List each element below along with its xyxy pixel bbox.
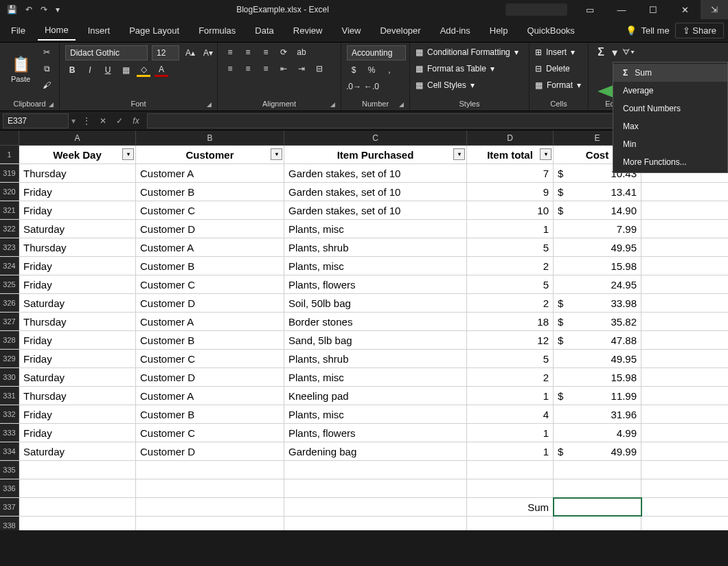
cell-item[interactable]: Garden stakes, set of 10	[284, 183, 467, 201]
cell-customer[interactable]: Customer C	[136, 275, 284, 293]
orientation-icon[interactable]: ⟳	[277, 45, 291, 59]
cell-cost[interactable]: $13.41	[554, 183, 641, 201]
row-header[interactable]: 321	[0, 201, 19, 219]
cell-customer[interactable]: Customer A	[136, 164, 284, 182]
tab-page-layout[interactable]: Page Layout	[122, 21, 186, 40]
cell-week-day[interactable]: Friday	[19, 275, 136, 293]
row-header[interactable]: 323	[0, 238, 19, 256]
copy-icon[interactable]: ⧉	[40, 62, 54, 76]
cancel-formula-icon[interactable]: ✕	[95, 116, 111, 126]
alignment-dialog-icon[interactable]: ◢	[330, 101, 335, 108]
cell-cost[interactable]: 49.95	[554, 238, 641, 256]
cell-empty[interactable]	[19, 498, 136, 516]
cell-customer[interactable]: Customer C	[136, 424, 284, 442]
cell-cost[interactable]: $49.99	[554, 442, 641, 460]
cell-cost[interactable]: $14.90	[554, 201, 641, 219]
cell-empty[interactable]	[284, 498, 467, 516]
cell-empty[interactable]	[467, 479, 554, 497]
tab-formulas[interactable]: Formulas	[192, 21, 242, 40]
delete-cells-button[interactable]: ⊟Delete	[535, 62, 570, 76]
header-item-purchased[interactable]: Item Purchased▾	[284, 146, 467, 163]
cell-qty[interactable]: 5	[467, 350, 554, 367]
cell-item[interactable]: Plants, shrub	[284, 238, 467, 256]
filter-week-day-icon[interactable]: ▾	[122, 148, 134, 160]
cell-customer[interactable]: Customer A	[136, 313, 284, 330]
cell-customer[interactable]: Customer A	[136, 238, 284, 256]
filter-customer-icon[interactable]: ▾	[271, 148, 282, 160]
cell-week-day[interactable]: Friday	[19, 424, 136, 442]
cell-empty[interactable]	[467, 517, 554, 530]
cell-item[interactable]: Kneeling pad	[284, 387, 467, 405]
cell-customer[interactable]: Customer C	[136, 350, 284, 367]
row-header[interactable]: 330	[0, 368, 19, 386]
row-header[interactable]: 328	[0, 331, 19, 349]
font-size-combo[interactable]: 12	[152, 45, 179, 60]
align-bottom-icon[interactable]: ≡	[259, 45, 273, 59]
tab-help[interactable]: Help	[483, 21, 515, 40]
align-middle-icon[interactable]: ≡	[241, 45, 255, 59]
tab-data[interactable]: Data	[248, 21, 280, 40]
qat-customize-icon[interactable]: ▾	[56, 5, 60, 14]
col-header-a[interactable]: A	[19, 131, 136, 145]
cell-qty[interactable]: 2	[467, 257, 554, 275]
cell-qty[interactable]: 1	[467, 387, 554, 405]
font-name-combo[interactable]: Didact Gothic	[65, 45, 148, 60]
autosum-more[interactable]: More Functions...	[613, 153, 727, 171]
cell-cost[interactable]: 7.99	[554, 220, 641, 238]
format-cells-button[interactable]: ▦Format▾	[535, 78, 581, 92]
cell-empty[interactable]	[284, 461, 467, 479]
cell-item[interactable]: Garden stakes, set of 10	[284, 164, 467, 182]
side-pane-toggle-icon[interactable]: ⇲	[701, 0, 728, 19]
name-box[interactable]: E337	[3, 113, 69, 128]
tell-me-search[interactable]: 💡 Tell me	[626, 25, 669, 36]
cell-cost[interactable]: 49.95	[554, 350, 641, 367]
row-header[interactable]: 320	[0, 183, 19, 201]
increase-indent-icon[interactable]: ⇥	[295, 62, 308, 76]
cell-qty[interactable]: 7	[467, 164, 554, 182]
cell-empty[interactable]	[136, 479, 284, 497]
cell-item[interactable]: Sand, 5lb bag	[284, 331, 467, 349]
filter-qty-icon[interactable]: ▾	[540, 148, 551, 160]
tab-quickbooks[interactable]: QuickBooks	[521, 21, 582, 40]
cell-cost[interactable]: $35.82	[554, 313, 641, 330]
cell-week-day[interactable]: Thursday	[19, 313, 136, 330]
worksheet[interactable]: 1 Week Day▾ Customer▾ Item Purchased▾ It…	[0, 146, 728, 530]
cell-customer[interactable]: Customer C	[136, 201, 284, 219]
sort-filter-icon[interactable]: ᗊ▾	[622, 45, 635, 59]
cell-qty[interactable]: 1	[467, 220, 554, 238]
borders-icon[interactable]: ▦	[119, 63, 133, 77]
redo-icon[interactable]: ↷	[41, 5, 47, 14]
row-header[interactable]: 338	[0, 517, 19, 530]
cell-qty[interactable]: 5	[467, 238, 554, 256]
decrease-indent-icon[interactable]: ⇤	[277, 62, 291, 76]
cell-week-day[interactable]: Friday	[19, 331, 136, 349]
font-color-icon[interactable]: A	[155, 63, 168, 77]
row-header[interactable]: 329	[0, 350, 19, 367]
row-header[interactable]: 324	[0, 257, 19, 275]
cell-empty[interactable]	[467, 461, 554, 479]
autosum-count[interactable]: Count Numbers	[613, 100, 727, 117]
cut-icon[interactable]: ✂	[40, 45, 54, 59]
cell-week-day[interactable]: Friday	[19, 350, 136, 367]
cell-customer[interactable]: Customer D	[136, 294, 284, 312]
tab-home[interactable]: Home	[38, 21, 76, 41]
fill-color-icon[interactable]: ◇	[137, 63, 150, 77]
cell-empty[interactable]	[284, 479, 467, 497]
col-header-c[interactable]: C	[284, 131, 467, 145]
cell-cost[interactable]: $11.99	[554, 387, 641, 405]
row-header[interactable]: 336	[0, 479, 19, 497]
tab-add-ins[interactable]: Add-ins	[433, 21, 477, 40]
name-box-dropdown-icon[interactable]: ▾	[69, 116, 78, 126]
autosum-average[interactable]: Average	[613, 82, 727, 100]
header-week-day[interactable]: Week Day▾	[19, 146, 136, 163]
select-all-button[interactable]	[0, 131, 19, 145]
cell-cost[interactable]: 15.98	[554, 257, 641, 275]
cell-cost[interactable]: 31.96	[554, 405, 641, 423]
autosum-sum[interactable]: ΣSum	[613, 64, 727, 82]
cell-item[interactable]: Plants, misc	[284, 257, 467, 275]
insert-cells-button[interactable]: ⊞Insert▾	[535, 45, 575, 59]
align-center-icon[interactable]: ≡	[241, 62, 255, 76]
cell-qty[interactable]: 1	[467, 442, 554, 460]
percent-format-icon[interactable]: %	[365, 63, 378, 77]
cell-empty[interactable]	[554, 517, 641, 530]
